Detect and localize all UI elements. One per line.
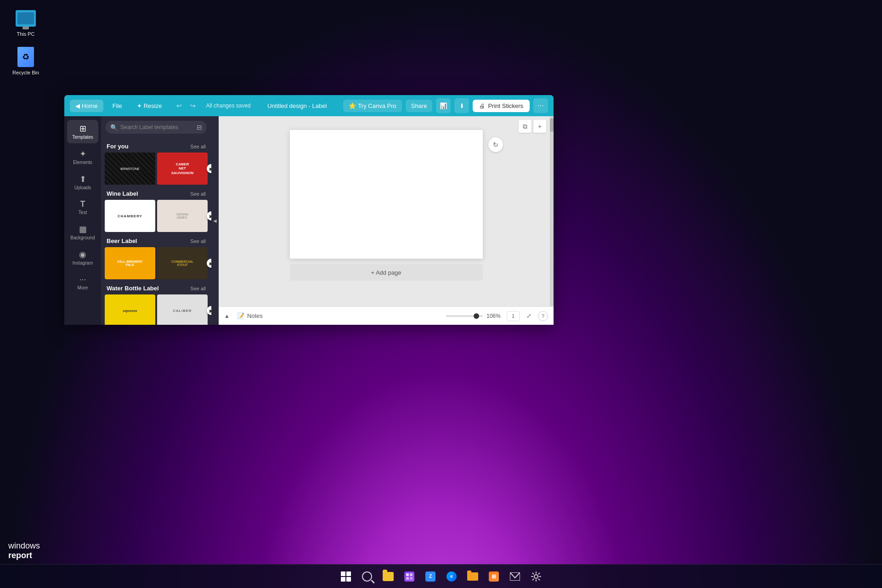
magic-icon: ✦ (137, 102, 142, 109)
add-page-label: + Add page (371, 269, 401, 276)
taskbar-mail-button[interactable] (506, 567, 524, 586)
folder2-icon (467, 572, 478, 581)
taskbar-search-button[interactable] (358, 567, 376, 586)
more-options-button[interactable]: ··· (533, 98, 548, 113)
template-wedding[interactable]: SIENNAJAMES (157, 200, 208, 232)
settings-icon (531, 571, 541, 582)
home-button[interactable]: ◀ Home (70, 100, 103, 112)
search-bar: 🔍 ⊟ (101, 116, 211, 138)
taskbar: Z e ⊞ (0, 564, 882, 588)
taskbar-msstore-button[interactable]: ⊞ (485, 567, 503, 586)
page-number: 1 (512, 313, 514, 319)
templates-icon: ⊞ (79, 124, 86, 134)
sidebar-item-instagram[interactable]: ◉ Instagram (67, 246, 98, 269)
svg-point-5 (534, 575, 538, 578)
template-chambery[interactable]: CHAMBERY (105, 200, 155, 232)
beer-label-grid: FALL BREWERYPALE COMMERCIALSTOUT ▶ (105, 247, 208, 279)
download-button[interactable]: ⬇ (454, 98, 469, 113)
zoom-thumb (474, 313, 479, 319)
panel-collapse-button[interactable]: ◀ (211, 116, 219, 325)
template-stout[interactable]: COMMERCIALSTOUT (157, 247, 208, 279)
zoom-level: 106% (486, 313, 503, 319)
uploads-label: Uploads (74, 185, 91, 190)
mail-icon (510, 572, 520, 581)
template-brimstone[interactable]: BRIMSTONE (105, 153, 155, 185)
monitor-icon (15, 7, 37, 29)
recycle-icon-label: Recycle Bin (12, 70, 39, 75)
svg-rect-1 (410, 573, 413, 576)
background-icon: ▦ (79, 224, 87, 234)
canvas-area: ⧉ + ↻ + Add page ▲ (219, 116, 554, 325)
for-you-header: For you See all (107, 143, 206, 150)
template-caliber[interactable]: CALIBER (157, 294, 208, 325)
windows-logo-icon (341, 571, 351, 582)
notes-button[interactable]: 📝 Notes (233, 311, 266, 321)
template-pale[interactable]: FALL BREWERYPALE (105, 247, 155, 279)
background-label: Background (70, 235, 95, 240)
notes-label: Notes (247, 312, 263, 319)
resize-button[interactable]: ✦ Resize (131, 100, 168, 112)
templates-scroll: For you See all BRIMSTONE CABERNETSAUVIG… (101, 138, 211, 325)
template-squeeze[interactable]: squeeze (105, 294, 155, 325)
svg-rect-3 (410, 577, 413, 580)
water-label-grid: squeeze CALIBER ▶ (105, 294, 208, 325)
undo-button[interactable]: ↩ (173, 99, 186, 112)
refresh-button[interactable]: ↻ (488, 137, 503, 152)
svg-rect-0 (406, 573, 409, 576)
file-label: File (113, 102, 122, 109)
redo-button[interactable]: ↪ (187, 99, 199, 112)
desktop-icon-recycle[interactable]: ♻ Recycle Bin (7, 46, 44, 75)
filter-icon[interactable]: ⊟ (197, 124, 202, 131)
sidebar-item-text[interactable]: T Text (67, 196, 98, 219)
chevron-up-icon: ▲ (224, 313, 230, 319)
taskbar-edge-button[interactable]: e (442, 567, 461, 586)
zoom-slider[interactable] (446, 315, 483, 317)
page-canvas[interactable]: ↻ (290, 130, 483, 259)
wine-label-see-all[interactable]: See all (190, 191, 206, 197)
water-label-header: Water Bottle Label See all (107, 285, 206, 292)
taskbar-start-button[interactable] (337, 567, 355, 586)
share-button[interactable]: Share (406, 100, 433, 112)
help-button[interactable]: ? (538, 311, 548, 321)
template-cabernet[interactable]: CABERNETSAUVIGNON (157, 153, 208, 185)
water-label-see-all[interactable]: See all (190, 286, 206, 291)
taskbar-canva-button[interactable] (400, 567, 418, 586)
recycle-icon: ♻ (15, 46, 37, 68)
windows-report: windows report (8, 541, 40, 560)
star-icon: ⭐ (349, 102, 356, 109)
sidebar-item-templates[interactable]: ⊞ Templates (67, 120, 98, 143)
sidebar-item-more[interactable]: ··· More (67, 271, 98, 294)
desktop-icon-monitor[interactable]: This PC (7, 7, 44, 37)
elements-icon: ✦ (79, 149, 86, 159)
beer-label-header: Beer Label See all (107, 237, 206, 244)
add-page-top-button[interactable]: + (533, 120, 546, 133)
templates-panel: 🔍 ⊟ For you See all BRIMSTONE CABERNETSA… (101, 116, 211, 325)
sidebar-item-elements[interactable]: ✦ Elements (67, 145, 98, 169)
edge-icon: e (447, 571, 457, 582)
canvas-scroll[interactable]: ⧉ + ↻ + Add page (219, 116, 554, 306)
for-you-title: For you (107, 143, 129, 150)
beer-label-see-all[interactable]: See all (190, 238, 206, 244)
taskbar-folder-button[interactable] (464, 567, 482, 586)
expand-button[interactable]: ⤢ (523, 311, 534, 322)
canva-icon (404, 571, 414, 582)
for-you-see-all[interactable]: See all (190, 144, 206, 149)
folder-icon (383, 572, 394, 581)
wine-label-header: Wine Label See all (107, 190, 206, 197)
try-pro-button[interactable]: ⭐ Try Canva Pro (343, 100, 401, 112)
duplicate-page-button[interactable]: ⧉ (519, 120, 531, 133)
search-input[interactable] (120, 124, 194, 130)
file-button[interactable]: File (107, 100, 128, 112)
sidebar-item-uploads[interactable]: ⬆ Uploads (67, 170, 98, 194)
stats-button[interactable]: 📊 (436, 98, 451, 113)
add-page-button[interactable]: + Add page (290, 264, 483, 281)
monitor-icon-label: This PC (17, 31, 34, 37)
sidebar-item-background[interactable]: ▦ Background (67, 220, 98, 244)
taskbar-zoom-button[interactable]: Z (421, 567, 440, 586)
print-stickers-button[interactable]: 🖨 Print Stickers (473, 100, 530, 112)
vertical-scrollbar[interactable] (550, 116, 554, 306)
taskbar-settings-button[interactable] (527, 567, 545, 586)
bottom-right-controls: 106% 1 ⤢ ? (446, 311, 548, 322)
taskbar-file-explorer-button[interactable] (379, 567, 397, 586)
collapse-icon: ◀ (213, 218, 217, 223)
